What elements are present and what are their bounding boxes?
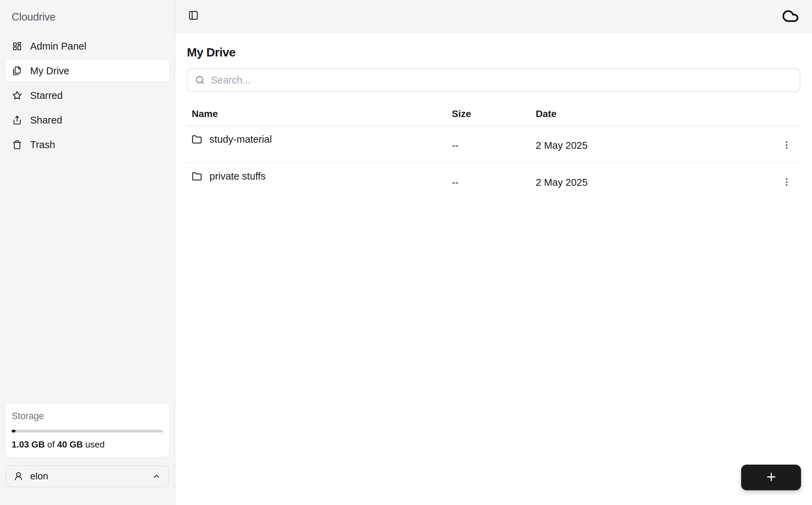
content: My Drive Name Size Date (175, 33, 812, 505)
star-icon (12, 91, 22, 100)
column-header-size: Size (452, 108, 536, 119)
storage-progress-bar (12, 430, 163, 432)
file-date: 2 May 2025 (536, 177, 765, 188)
add-new-button[interactable] (741, 465, 801, 490)
folder-icon (192, 134, 202, 145)
sidebar-nav: Admin Panel My Drive S (5, 36, 169, 155)
sidebar-item-label: Trash (30, 139, 55, 151)
kebab-menu-icon (782, 177, 792, 188)
sidebar-item-shared[interactable]: Shared (5, 109, 169, 131)
sidebar-item-starred[interactable]: Starred (5, 85, 169, 106)
cloud-logo-icon (781, 8, 800, 25)
dashboard-icon (12, 41, 22, 51)
trash-icon (12, 140, 22, 150)
user-icon (14, 471, 23, 481)
column-header-date: Date (536, 108, 765, 119)
sidebar-item-label: My Drive (30, 65, 69, 77)
file-size: -- (452, 140, 536, 151)
share-icon (12, 115, 22, 125)
app-window: Cloudrive Admin Panel (0, 0, 812, 505)
file-table: Name Size Date study-material -- (187, 102, 800, 199)
sidebar-item-label: Shared (30, 115, 62, 126)
table-row[interactable]: study-material -- 2 May 2025 (187, 126, 800, 163)
storage-label: Storage (12, 411, 163, 422)
storage-total: 40 GB (57, 439, 83, 450)
row-actions-button[interactable] (778, 174, 796, 192)
column-header-name: Name (192, 108, 452, 119)
storage-progress-fill (12, 430, 15, 432)
storage-card: Storage 1.03 GB of 40 GB used (5, 404, 169, 457)
sidebar-item-label: Starred (30, 90, 63, 101)
sidebar-item-admin-panel[interactable]: Admin Panel (5, 36, 169, 57)
sidebar-item-trash[interactable]: Trash (5, 134, 169, 155)
sidebar-item-my-drive[interactable]: My Drive (5, 60, 169, 81)
folder-icon (192, 171, 202, 182)
user-name: elon (30, 471, 48, 482)
file-name: private stuffs (210, 171, 266, 182)
sidebar-toggle-button[interactable] (187, 9, 200, 23)
file-name-cell: private stuffs (192, 171, 452, 182)
panel-left-icon (188, 10, 199, 22)
table-header: Name Size Date (187, 102, 800, 126)
search-icon (195, 75, 205, 85)
sidebar-item-label: Admin Panel (30, 41, 86, 52)
page-title: My Drive (187, 46, 800, 59)
main-area: My Drive Name Size Date (175, 0, 812, 505)
topbar (175, 0, 812, 33)
user-menu[interactable]: elon (5, 465, 169, 487)
plus-icon (765, 471, 777, 484)
file-name: study-material (210, 134, 272, 145)
storage-used: 1.03 GB (12, 439, 45, 450)
sidebar-footer: Storage 1.03 GB of 40 GB used elon (5, 404, 169, 487)
file-size: -- (452, 177, 536, 188)
row-actions-button[interactable] (778, 137, 796, 155)
search-box (187, 68, 800, 92)
file-name-cell: study-material (192, 134, 452, 145)
chevron-up-icon (152, 472, 161, 481)
table-row[interactable]: private stuffs -- 2 May 2025 (187, 163, 800, 199)
storage-usage-text: 1.03 GB of 40 GB used (12, 439, 163, 450)
sidebar: Cloudrive Admin Panel (0, 0, 175, 505)
app-title: Cloudrive (12, 11, 169, 23)
search-input[interactable] (211, 75, 792, 86)
file-date: 2 May 2025 (536, 140, 765, 151)
kebab-menu-icon (782, 140, 792, 151)
files-icon (12, 66, 22, 76)
